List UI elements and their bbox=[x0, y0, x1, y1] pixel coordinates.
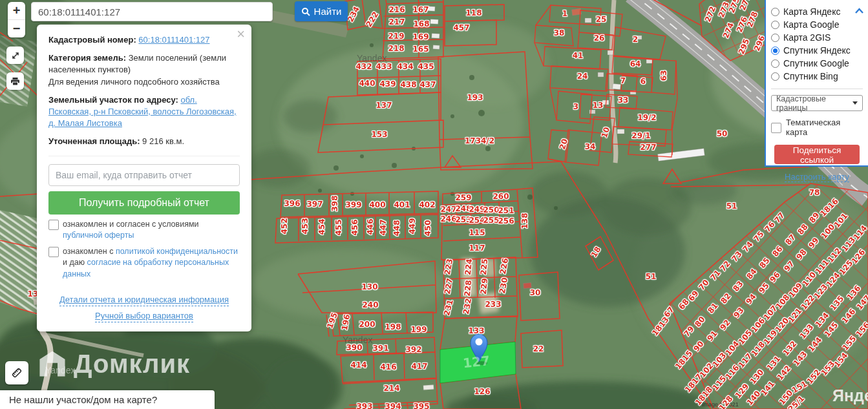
layer-option[interactable]: Карта Google bbox=[771, 18, 863, 31]
radio-icon[interactable] bbox=[771, 72, 779, 81]
layer-option-label: Карта Яндекс bbox=[783, 6, 840, 17]
boundaries-select[interactable]: Кадастровые границы bbox=[771, 95, 863, 111]
layer-option-label: Спутник Яндекс bbox=[783, 45, 851, 56]
thematic-map-checkbox[interactable] bbox=[771, 123, 781, 133]
configure-map-link[interactable]: Настроить карту bbox=[785, 172, 849, 182]
layer-option-label: Карта Google bbox=[783, 19, 840, 30]
map-layers-panel: Карта ЯндексКарта GoogleКарта 2GISСпутни… bbox=[765, 0, 868, 167]
share-link-button[interactable]: Поделиться ссылкой bbox=[774, 145, 860, 164]
address-row: Земельный участок по адресу: обл. Псковс… bbox=[48, 94, 240, 130]
cadastral-number-label: Кадастровый номер: bbox=[48, 35, 136, 45]
ruler-icon bbox=[10, 366, 23, 379]
zoom-in-button[interactable]: + bbox=[8, 2, 25, 19]
offer-agree-checkbox[interactable] bbox=[48, 220, 59, 230]
area-label: Уточненная площадь: bbox=[48, 136, 140, 146]
radio-icon[interactable] bbox=[771, 21, 779, 29]
privacy-agree-checkbox[interactable] bbox=[48, 247, 59, 257]
thematic-map-label: Тематическая карта bbox=[786, 118, 863, 137]
measure-tool-button[interactable] bbox=[5, 361, 28, 384]
layer-option-label: Карта 2GIS bbox=[783, 32, 831, 43]
close-icon[interactable]: × bbox=[237, 27, 245, 41]
layer-option[interactable]: Спутник Bing bbox=[771, 70, 863, 83]
layer-option[interactable]: Спутник Google bbox=[771, 57, 863, 70]
layer-option-label: Спутник Google bbox=[783, 58, 849, 68]
layer-option[interactable]: Карта Яндекс bbox=[771, 5, 863, 18]
map-viewport[interactable]: Yandex Yandex Yandex Домклик Яндекс Imag… bbox=[0, 0, 868, 409]
configure-map-row: Настроить карту bbox=[771, 172, 863, 182]
layer-options: Карта ЯндексКарта GoogleКарта 2GISСпутни… bbox=[771, 5, 863, 83]
panel-footer-links: Детали отчета и юридическая информация Р… bbox=[48, 290, 240, 322]
manual-choice-link[interactable]: Ручной выбор вариантов bbox=[95, 310, 193, 322]
print-button[interactable] bbox=[6, 72, 24, 90]
area-value: 9 216 кв.м. bbox=[142, 136, 184, 146]
selected-parcel-number: 127 bbox=[462, 353, 491, 371]
email-input[interactable] bbox=[48, 164, 240, 186]
get-report-button[interactable]: Получить подробный отчет bbox=[48, 191, 240, 215]
printer-icon bbox=[10, 77, 20, 86]
address-label: Земельный участок по адресу: bbox=[48, 95, 178, 105]
privacy-agree-text: ознакомлен с политикой конфиденциальност… bbox=[63, 246, 240, 280]
cadastral-search-input[interactable] bbox=[31, 2, 273, 21]
chevron-down-icon bbox=[852, 101, 858, 105]
land-category-row: Категория земель: Земли поселений (земли… bbox=[48, 52, 240, 88]
thematic-map-row: Тематическая карта bbox=[771, 118, 863, 137]
expand-arrows-icon bbox=[11, 51, 20, 60]
offer-agree-row: ознакомлен и согласен с условиями публич… bbox=[48, 219, 240, 242]
land-category-label: Категория земель: bbox=[48, 53, 126, 63]
parcel-info-panel: × Кадастровый номер: 60:18:0111401:127 К… bbox=[37, 25, 251, 331]
report-details-link[interactable]: Детали отчета и юридическая информация bbox=[59, 294, 229, 306]
personal-data-link[interactable]: согласие на обработку персональных данны… bbox=[63, 258, 229, 278]
radio-icon[interactable] bbox=[771, 59, 779, 68]
offer-agree-text: ознакомлен и согласен с условиями публич… bbox=[63, 219, 240, 242]
not-found-bar[interactable]: Не нашли участок/дом на карте? bbox=[0, 390, 215, 409]
boundaries-select-value: Кадастровые границы bbox=[776, 94, 852, 112]
public-offer-link[interactable]: публичной оферты bbox=[63, 231, 134, 240]
radio-selected-icon[interactable] bbox=[771, 47, 779, 55]
not-found-text: Не нашли участок/дом на карте? bbox=[9, 394, 157, 405]
search-icon bbox=[301, 7, 310, 16]
fullscreen-button[interactable] bbox=[6, 47, 24, 64]
radio-icon[interactable] bbox=[771, 34, 779, 42]
collapse-panel-icon[interactable] bbox=[854, 5, 864, 17]
layer-option-label: Спутник Bing bbox=[783, 71, 838, 81]
cadastral-number-row: Кадастровый номер: 60:18:0111401:127 bbox=[48, 34, 240, 46]
privacy-agree-row: ознакомлен с политикой конфиденциальност… bbox=[48, 246, 240, 280]
cadastral-number-link[interactable]: 60:18:0111401:127 bbox=[138, 35, 209, 45]
zoom-controls: + − bbox=[8, 2, 25, 37]
zoom-out-button[interactable]: − bbox=[8, 19, 25, 37]
area-row: Уточненная площадь: 9 216 кв.м. bbox=[48, 136, 240, 147]
land-use-value: Для ведения личного подсобного хозяйства bbox=[48, 77, 220, 87]
layer-option[interactable]: Карта 2GIS bbox=[771, 31, 863, 44]
layer-option[interactable]: Спутник Яндекс bbox=[771, 44, 863, 57]
find-button-label: Найти bbox=[314, 6, 342, 17]
find-button[interactable]: Найти bbox=[295, 1, 348, 21]
radio-icon[interactable] bbox=[771, 8, 779, 16]
privacy-policy-link[interactable]: политикой конфиденциальности bbox=[116, 247, 238, 256]
